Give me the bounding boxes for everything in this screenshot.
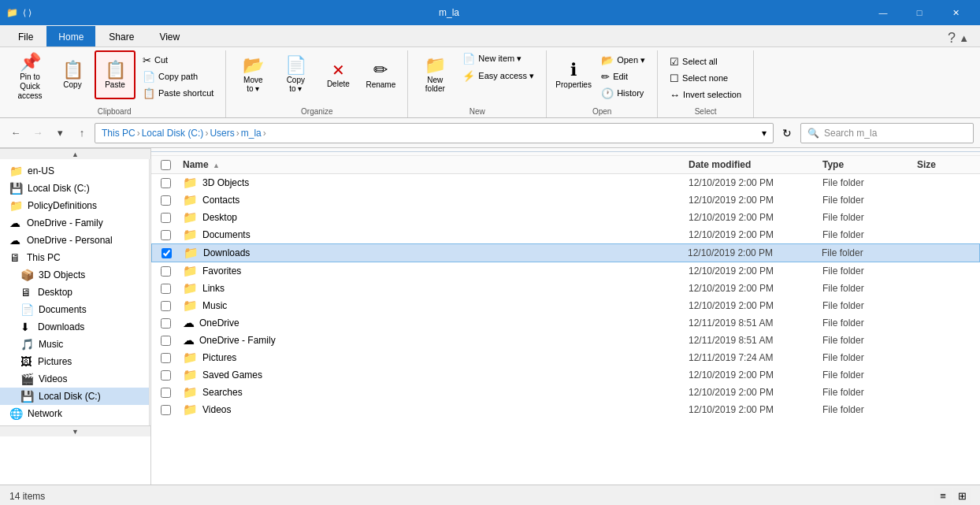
- sidebar-item-videos[interactable]: 🎬Videos: [0, 370, 149, 388]
- address-dropdown-icon[interactable]: ▾: [762, 128, 767, 139]
- recent-button[interactable]: ▾: [50, 124, 69, 143]
- header-type[interactable]: Type: [822, 159, 917, 170]
- row-checkbox-2[interactable]: [161, 213, 171, 223]
- forward-button[interactable]: →: [28, 124, 47, 143]
- sidebar-item-onedrive-family[interactable]: ☁OneDrive - Family: [0, 214, 149, 232]
- open-btn[interactable]: 📂 Open ▾: [596, 52, 651, 68]
- file-row[interactable]: 📁Videos 12/10/2019 2:00 PM File folder: [151, 401, 980, 418]
- row-check-9[interactable]: [151, 336, 180, 346]
- grid-view-button[interactable]: ⊞: [953, 488, 971, 505]
- row-check-6[interactable]: [151, 284, 180, 294]
- paste-large-button[interactable]: 📋 Paste: [95, 50, 135, 99]
- file-row[interactable]: 📁Downloads 12/10/2019 2:00 PM File folde…: [151, 243, 980, 262]
- sidebar-item-local-disk[interactable]: 💾Local Disk (C:): [0, 180, 149, 197]
- sidebar-item-music[interactable]: 🎵Music: [0, 336, 149, 353]
- row-checkbox-4[interactable]: [161, 248, 172, 258]
- move-to-button[interactable]: 📂 Moveto ▾: [232, 50, 273, 99]
- tab-view[interactable]: View: [147, 26, 191, 46]
- breadcrumb-this-pc[interactable]: This PC: [102, 128, 135, 139]
- row-checkbox-8[interactable]: [161, 318, 171, 329]
- file-row[interactable]: 📁Saved Games 12/10/2019 2:00 PM File fol…: [151, 366, 980, 384]
- row-checkbox-1[interactable]: [161, 195, 171, 206]
- tab-file[interactable]: File: [6, 26, 45, 46]
- row-checkbox-13[interactable]: [161, 405, 171, 415]
- easy-access-button[interactable]: ⚡ Easy access ▾: [457, 68, 540, 84]
- header-date[interactable]: Date modified: [689, 159, 822, 170]
- sidebar-item-policy-defs[interactable]: 📁PolicyDefinitions: [0, 197, 149, 214]
- sidebar-scroll-down[interactable]: ▼: [0, 425, 150, 436]
- refresh-button[interactable]: ↻: [777, 123, 797, 143]
- back-button[interactable]: ←: [6, 124, 25, 143]
- row-check-2[interactable]: [151, 213, 180, 223]
- select-none-button[interactable]: ☐ Select none: [664, 70, 747, 86]
- file-row[interactable]: 📁Contacts 12/10/2019 2:00 PM File folder: [151, 191, 980, 209]
- select-all-button[interactable]: ☑ Select all: [664, 54, 747, 69]
- sidebar-item-downloads[interactable]: ⬇Downloads: [0, 318, 149, 336]
- tab-home[interactable]: Home: [46, 26, 95, 46]
- row-checkbox-9[interactable]: [161, 336, 171, 346]
- row-checkbox-10[interactable]: [161, 353, 171, 363]
- file-row[interactable]: 📁Documents 12/10/2019 2:00 PM File folde…: [151, 226, 980, 243]
- row-checkbox-12[interactable]: [161, 388, 171, 398]
- row-check-7[interactable]: [151, 301, 180, 311]
- delete-button[interactable]: ✕ Delete: [317, 50, 358, 99]
- row-check-10[interactable]: [151, 353, 180, 363]
- sidebar-item-onedrive-personal[interactable]: ☁OneDrive - Personal: [0, 232, 149, 249]
- list-view-button[interactable]: ≡: [934, 488, 952, 505]
- copy-path-button[interactable]: 📄 Copy path: [137, 69, 219, 84]
- header-name[interactable]: Name ▲: [180, 159, 689, 170]
- paste-shortcut-button[interactable]: 📋 Paste shortcut: [137, 85, 219, 101]
- file-row[interactable]: ☁OneDrive - Family 12/11/2019 8:51 AM Fi…: [151, 332, 980, 349]
- new-item-button[interactable]: 📄 New item ▾: [457, 50, 540, 66]
- breadcrumb-m-la[interactable]: m_la: [241, 128, 262, 139]
- ribbon-help-icon[interactable]: ?: [948, 30, 956, 46]
- row-check-0[interactable]: [151, 178, 180, 188]
- row-check-4[interactable]: [152, 248, 180, 258]
- file-row[interactable]: ☁OneDrive 12/11/2019 8:51 AM File folder: [151, 314, 980, 332]
- row-checkbox-7[interactable]: [161, 301, 171, 311]
- row-checkbox-5[interactable]: [161, 266, 171, 277]
- copy-to-button[interactable]: 📄 Copyto ▾: [275, 50, 316, 99]
- sidebar-item-documents[interactable]: 📄Documents: [0, 301, 149, 318]
- sidebar-item-network[interactable]: 🌐Network: [0, 405, 149, 422]
- sidebar-item-pictures[interactable]: 🖼Pictures: [0, 353, 149, 370]
- row-checkbox-6[interactable]: [161, 284, 171, 294]
- file-row[interactable]: 📁Desktop 12/10/2019 2:00 PM File folder: [151, 209, 980, 226]
- maximize-button[interactable]: □: [901, 0, 937, 25]
- tab-share[interactable]: Share: [97, 26, 146, 46]
- file-row[interactable]: 📁Pictures 12/11/2019 7:24 AM File folder: [151, 349, 980, 366]
- file-row[interactable]: 📁3D Objects 12/10/2019 2:00 PM File fold…: [151, 174, 980, 191]
- sidebar-item-3d-objects[interactable]: 📦3D Objects: [0, 266, 149, 284]
- invert-selection-button[interactable]: ↔ Invert selection: [664, 87, 747, 102]
- breadcrumb-local-disk[interactable]: Local Disk (C:): [142, 128, 204, 139]
- header-size[interactable]: Size: [917, 159, 980, 170]
- breadcrumb-users[interactable]: Users: [210, 128, 234, 139]
- cut-button[interactable]: ✂ Cut: [137, 52, 219, 68]
- pin-to-quick-access-button[interactable]: 📌 Pin to Quickaccess: [9, 50, 50, 104]
- row-checkbox-0[interactable]: [161, 178, 171, 188]
- row-check-13[interactable]: [151, 405, 180, 415]
- file-row[interactable]: 📁Music 12/10/2019 2:00 PM File folder: [151, 297, 980, 314]
- sidebar-item-en-us[interactable]: 📁en-US: [0, 162, 149, 180]
- header-check[interactable]: [151, 160, 180, 170]
- rename-button[interactable]: ✏ Rename: [360, 50, 401, 99]
- file-row[interactable]: 📁Favorites 12/10/2019 2:00 PM File folde…: [151, 262, 980, 280]
- file-row[interactable]: 📁Links 12/10/2019 2:00 PM File folder: [151, 280, 980, 297]
- row-check-8[interactable]: [151, 318, 180, 329]
- sidebar-item-this-pc[interactable]: 🖥This PC: [0, 249, 149, 266]
- row-check-1[interactable]: [151, 195, 180, 206]
- row-check-3[interactable]: [151, 230, 180, 240]
- edit-button[interactable]: ✏ Edit: [596, 69, 651, 84]
- address-path[interactable]: This PC › Local Disk (C:) › Users › m_la…: [95, 123, 774, 143]
- history-button[interactable]: 🕐 History: [596, 85, 651, 101]
- close-button[interactable]: ✕: [937, 0, 974, 25]
- row-check-5[interactable]: [151, 266, 180, 277]
- row-check-12[interactable]: [151, 388, 180, 398]
- sidebar-scroll-up[interactable]: ▲: [0, 148, 150, 159]
- sidebar-item-local-disk-c[interactable]: 💾Local Disk (C:): [0, 388, 149, 405]
- sidebar-item-desktop[interactable]: 🖥Desktop: [0, 284, 149, 301]
- up-button[interactable]: ↑: [72, 124, 91, 143]
- copy-large-button[interactable]: 📋 Copy: [52, 50, 93, 99]
- row-checkbox-3[interactable]: [161, 230, 171, 240]
- new-folder-button[interactable]: 📁 Newfolder: [414, 50, 455, 99]
